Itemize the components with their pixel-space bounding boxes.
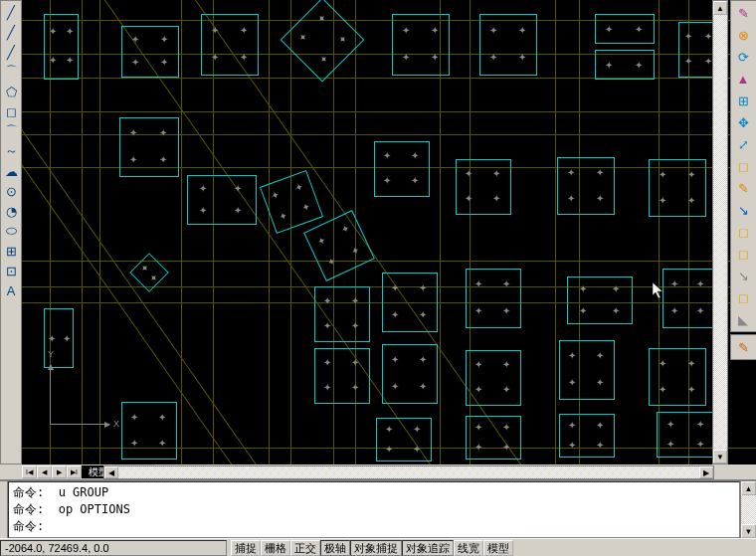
cad-block-9[interactable]: ✦✦✦✦: [119, 117, 179, 177]
cad-block-24[interactable]: ✦✦✦✦: [314, 348, 370, 404]
cad-block-21[interactable]: ✦✦✦✦: [567, 277, 633, 324]
draw-tool-12[interactable]: ⊞: [2, 242, 20, 260]
modify-tool-12[interactable]: ↘: [732, 266, 754, 285]
draw-tool-2[interactable]: ╱: [2, 43, 20, 61]
tab-prev-button[interactable]: ◀: [37, 465, 52, 478]
column-marker: ✦: [687, 197, 695, 205]
draw-tool-1[interactable]: ╱: [2, 23, 20, 41]
status-toggle-柵格[interactable]: 柵格: [261, 540, 290, 556]
cad-block-19[interactable]: ✦✦✦✦: [382, 273, 438, 332]
modify-tool-0[interactable]: ✎: [732, 3, 754, 23]
draw-tool-4[interactable]: ⬠: [2, 83, 20, 100]
column-marker: ✦: [199, 207, 207, 215]
column-marker: ✦: [465, 170, 472, 178]
cad-block-25[interactable]: ✦✦✦✦: [382, 344, 438, 404]
viewport-scrollbar-vertical[interactable]: ▲ ▼: [712, 0, 728, 464]
cad-block-2[interactable]: ✦✦✦✦: [201, 14, 259, 76]
cad-block-27[interactable]: ✦✦✦✦: [559, 340, 615, 400]
status-toggle-捕捉[interactable]: 捕捉: [231, 540, 261, 556]
draw-tool-9[interactable]: ⊙: [2, 182, 20, 200]
column-marker: ✦: [323, 359, 331, 367]
cad-block-7[interactable]: ✦✦: [595, 50, 655, 80]
modify-tool-3[interactable]: ▲: [732, 69, 754, 89]
cad-block-0[interactable]: ✦✦✦✦: [44, 14, 79, 80]
cad-block-16[interactable]: ✦✦✦✦: [303, 210, 375, 281]
column-marker: ✦: [474, 386, 482, 394]
draw-tool-6[interactable]: ⌒: [2, 122, 20, 140]
column-marker: ✦: [684, 58, 692, 66]
modify-tool-14[interactable]: ◣: [732, 309, 754, 329]
column-marker: ✦: [696, 441, 704, 449]
cad-block-13[interactable]: ✦✦✦✦: [649, 159, 706, 217]
modify-tool-1[interactable]: ⊗: [732, 25, 754, 45]
cad-block-3[interactable]: ✦✦✦✦: [281, 0, 365, 82]
column-marker: ✦: [659, 386, 666, 394]
column-marker: ✦: [131, 36, 139, 44]
scroll-up-button[interactable]: ▲: [713, 1, 727, 15]
column-marker: ✦: [391, 356, 399, 364]
viewport-scrollbar-horizontal[interactable]: ◀ ▶: [103, 465, 714, 479]
modify-tool-10[interactable]: ◻: [732, 222, 754, 242]
draw-tool-7[interactable]: ～: [2, 142, 20, 160]
cad-block-10[interactable]: ✦✦✦✦: [374, 141, 430, 197]
cad-block-20[interactable]: ✦✦✦✦: [466, 269, 521, 328]
cad-block-30[interactable]: ✦✦✦✦: [376, 418, 432, 462]
cad-block-29[interactable]: ✦✦✦✦: [121, 402, 177, 460]
modify-tool-11[interactable]: ◻: [732, 244, 754, 264]
cad-block-28[interactable]: ✦✦✦✦: [649, 348, 706, 406]
cad-block-22[interactable]: ✦✦✦✦: [662, 269, 714, 328]
modify-tool-8[interactable]: ✎: [732, 178, 754, 198]
command-input[interactable]: 命令: u GROUP 命令: op OPTIONS 命令:: [8, 481, 740, 538]
cad-block-14[interactable]: ✦✦✦✦: [187, 175, 257, 225]
status-toggle-线宽[interactable]: 线宽: [454, 540, 483, 556]
scroll-down-button[interactable]: ▼: [713, 450, 727, 463]
draw-tool-8[interactable]: ☁: [2, 162, 20, 180]
scroll-right-button[interactable]: ▶: [699, 466, 713, 478]
modify-tool-2[interactable]: ⟳: [732, 47, 754, 67]
cad-block-23[interactable]: ✦✦: [44, 308, 74, 368]
status-toggle-极轴[interactable]: 极轴: [320, 540, 350, 556]
draw-tool-11[interactable]: ⬭: [2, 222, 20, 240]
cad-block-32[interactable]: ✦✦✦✦: [559, 414, 615, 458]
status-toggle-正交[interactable]: 正交: [290, 540, 320, 556]
column-marker: ✦: [148, 273, 159, 283]
draw-tool-14[interactable]: A: [2, 281, 20, 299]
modify-tool-6[interactable]: ⤢: [732, 134, 754, 154]
scroll-left-button[interactable]: ◀: [104, 466, 118, 478]
cad-block-31[interactable]: ✦✦✦✦: [466, 416, 521, 460]
tab-first-button[interactable]: I◀: [22, 465, 37, 478]
cad-block-33[interactable]: ✦✦✦✦: [657, 412, 716, 458]
cad-block-5[interactable]: ✦✦✦✦: [479, 14, 537, 76]
draw-tool-10[interactable]: ◔: [2, 202, 20, 220]
cad-block-1[interactable]: ✦✦✦✦: [121, 26, 179, 78]
status-toggle-模型[interactable]: 模型: [483, 540, 513, 556]
modify-tool-13[interactable]: ◻: [732, 287, 754, 307]
tab-next-button[interactable]: ▶: [52, 465, 67, 478]
column-marker: ✦: [684, 33, 692, 41]
cad-block-6[interactable]: ✦✦: [595, 14, 655, 44]
column-marker: ✦: [596, 352, 604, 360]
modify-tool-7[interactable]: ◻: [732, 156, 754, 176]
modify-tool-4[interactable]: ⊞: [732, 91, 754, 110]
cad-block-4[interactable]: ✦✦✦✦: [392, 14, 450, 76]
command-scrollbar[interactable]: ▲▼: [740, 481, 756, 538]
status-toggle-对象追踪[interactable]: 对象追踪: [402, 540, 454, 556]
drawing-viewport[interactable]: ✦✦✦✦✦✦✦✦✦✦✦✦✦✦✦✦✦✦✦✦✦✦✦✦✦✦✦✦✦✦✦✦✦✦✦✦✦✦✦✦…: [22, 0, 756, 464]
draw-tool-3[interactable]: ⌒: [2, 63, 20, 81]
command-resize-handle[interactable]: [0, 481, 8, 538]
draw-tool-5[interactable]: ◻: [2, 102, 20, 120]
column-marker: ✦: [323, 384, 331, 392]
column-marker: ✦: [340, 224, 351, 235]
modify-tool-5[interactable]: ✥: [732, 112, 754, 132]
column-marker: ✦: [199, 185, 207, 193]
draw-tool-13[interactable]: ⊡: [2, 262, 20, 279]
cad-block-11[interactable]: ✦✦✦✦: [456, 159, 511, 215]
cad-block-18[interactable]: ✦✦✦✦: [314, 286, 370, 342]
status-toggle-对象捕捉[interactable]: 对象捕捉: [350, 540, 402, 556]
cad-block-12[interactable]: ✦✦✦✦: [557, 157, 615, 215]
tab-last-button[interactable]: ▶I: [67, 465, 82, 478]
draw-tool-0[interactable]: ╱: [2, 3, 20, 21]
cad-block-26[interactable]: ✦✦✦✦: [466, 350, 521, 406]
aux-tool-0[interactable]: ✎: [732, 337, 754, 357]
modify-tool-9[interactable]: ↘: [732, 200, 754, 220]
